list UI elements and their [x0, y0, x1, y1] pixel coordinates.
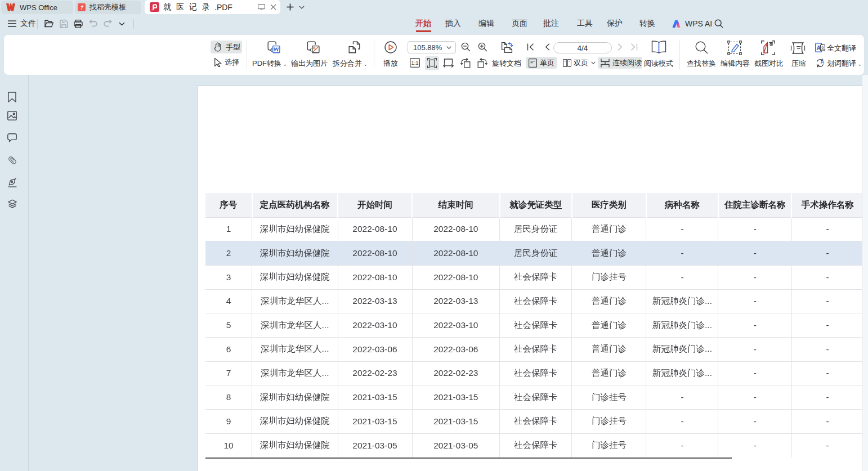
svg-text:A: A	[821, 59, 825, 65]
svg-text:文: 文	[820, 44, 825, 50]
svg-text:x: x	[817, 62, 819, 68]
svg-text:1:1: 1:1	[411, 60, 418, 66]
